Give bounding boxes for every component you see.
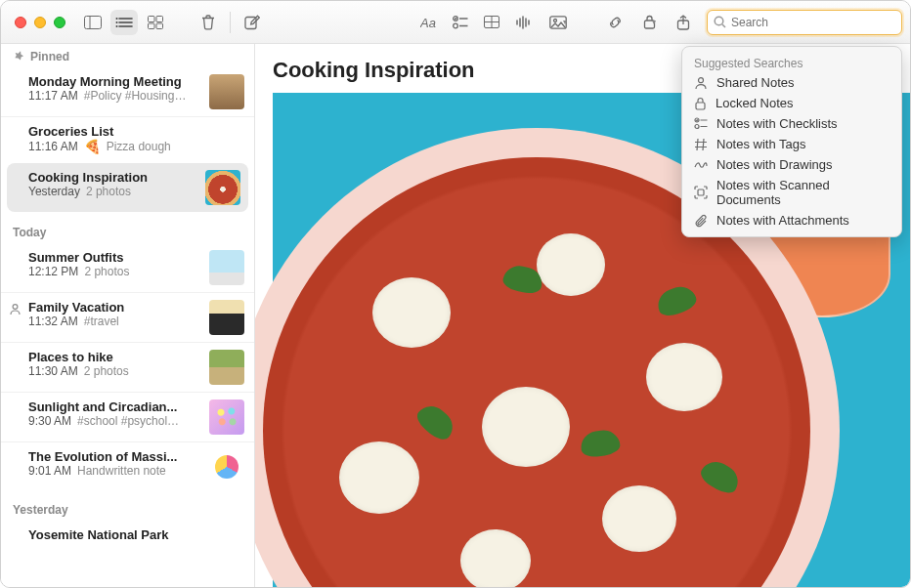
dropdown-label: Notes with Checklists bbox=[716, 116, 838, 131]
dropdown-label: Notes with Drawings bbox=[716, 157, 833, 172]
search-field[interactable] bbox=[707, 10, 902, 35]
media-button[interactable]: ▾ bbox=[541, 10, 576, 35]
note-row[interactable]: Summer Outfits 12:12 PM2 photos bbox=[1, 243, 254, 292]
toggle-sidebar-button[interactable] bbox=[79, 10, 107, 35]
note-row[interactable]: The Evolution of Massi... 9:01 AMHandwri… bbox=[1, 441, 254, 491]
note-title: Summer Outfits bbox=[28, 250, 201, 265]
suggested-attachments[interactable]: Notes with Attachments bbox=[682, 210, 901, 231]
note-subtitle: Handwritten note bbox=[77, 464, 166, 478]
svg-text:Aa: Aa bbox=[420, 16, 436, 29]
shared-icon bbox=[9, 303, 22, 318]
notes-window: Aa ▾ ▾ bbox=[0, 0, 911, 588]
note-title: Places to hike bbox=[28, 350, 201, 364]
pizza-icon: 🍕 bbox=[84, 139, 101, 154]
pin-icon bbox=[13, 51, 24, 63]
note-time: 9:01 AM bbox=[28, 464, 71, 478]
search-input[interactable] bbox=[731, 16, 895, 29]
note-thumbnail bbox=[209, 74, 244, 109]
minimize-window-button[interactable] bbox=[34, 17, 46, 28]
suggested-searches-dropdown: Suggested Searches Shared Notes Locked N… bbox=[681, 46, 902, 237]
note-thumbnail bbox=[209, 300, 244, 335]
scribble-icon bbox=[694, 158, 708, 172]
checklist-button[interactable] bbox=[447, 10, 474, 35]
suggested-tags[interactable]: Notes with Tags bbox=[682, 134, 901, 154]
note-time: Yesterday bbox=[28, 185, 80, 198]
svg-point-30 bbox=[715, 17, 723, 25]
section-label: Pinned bbox=[30, 50, 69, 63]
paperclip-icon bbox=[694, 214, 708, 228]
note-title: The Evolution of Massi... bbox=[28, 449, 201, 464]
note-thumbnail bbox=[209, 449, 244, 484]
close-window-button[interactable] bbox=[15, 17, 26, 28]
lock-icon bbox=[694, 97, 707, 110]
note-thumbnail bbox=[209, 250, 244, 285]
note-row[interactable]: Family Vacation 11:32 AM#travel bbox=[1, 292, 254, 342]
suggested-checklists[interactable]: Notes with Checklists bbox=[682, 113, 901, 134]
note-title: Yosemite National Park bbox=[28, 527, 244, 542]
note-thumbnail bbox=[209, 399, 244, 435]
note-row[interactable]: Groceries List 11:16 AM🍕Pizza dough bbox=[1, 116, 254, 161]
svg-rect-0 bbox=[85, 16, 102, 28]
list-view-button[interactable] bbox=[110, 10, 138, 35]
chevron-down-icon: ▾ bbox=[652, 18, 656, 26]
svg-rect-11 bbox=[156, 23, 163, 29]
section-label: Yesterday bbox=[13, 503, 68, 517]
dropdown-header: Suggested Searches bbox=[682, 53, 901, 72]
svg-point-7 bbox=[116, 25, 118, 27]
note-subtitle: 2 photos bbox=[84, 364, 129, 378]
hash-icon bbox=[694, 138, 708, 151]
new-note-button[interactable] bbox=[239, 10, 266, 35]
note-thumbnail bbox=[209, 350, 244, 385]
note-row-selected[interactable]: Cooking Inspiration Yesterday2 photos bbox=[7, 163, 248, 212]
dropdown-label: Notes with Scanned Documents bbox=[716, 178, 889, 207]
dropdown-label: Notes with Tags bbox=[716, 137, 806, 151]
note-time: 11:17 AM bbox=[28, 89, 78, 103]
note-subtitle: #Policy #Housing… bbox=[84, 89, 187, 103]
svg-point-16 bbox=[454, 23, 458, 28]
section-header-pinned: Pinned bbox=[1, 44, 254, 67]
svg-point-5 bbox=[116, 18, 118, 20]
note-row[interactable]: Monday Morning Meeting 11:17 AM#Policy #… bbox=[1, 67, 254, 116]
note-row[interactable]: Yosemite National Park bbox=[1, 521, 254, 549]
note-time: 9:30 AM bbox=[28, 414, 71, 428]
note-time: 12:12 PM bbox=[28, 265, 78, 278]
note-subtitle: 2 photos bbox=[84, 265, 129, 278]
suggested-drawings[interactable]: Notes with Drawings bbox=[682, 154, 901, 175]
note-title: Cooking Inspiration bbox=[28, 170, 197, 185]
note-row[interactable]: Sunlight and Circadian... 9:30 AM#school… bbox=[1, 392, 254, 441]
note-time: 11:16 AM bbox=[28, 140, 78, 153]
section-header-yesterday: Yesterday bbox=[1, 497, 254, 521]
notes-list[interactable]: Pinned Monday Morning Meeting 11:17 AM#P… bbox=[1, 44, 255, 587]
suggested-shared-notes[interactable]: Shared Notes bbox=[682, 72, 901, 93]
suggested-scanned[interactable]: Notes with Scanned Documents bbox=[682, 175, 901, 210]
dropdown-label: Locked Notes bbox=[716, 96, 794, 110]
link-button[interactable] bbox=[601, 10, 629, 35]
note-time: 11:30 AM bbox=[28, 364, 78, 378]
share-button[interactable] bbox=[670, 10, 697, 35]
note-row[interactable]: Places to hike 11:30 AM2 photos bbox=[1, 342, 254, 392]
format-button[interactable]: Aa bbox=[415, 10, 443, 35]
svg-line-40 bbox=[703, 139, 704, 150]
section-header-today: Today bbox=[1, 220, 254, 243]
zoom-window-button[interactable] bbox=[54, 17, 65, 28]
note-subtitle: Pizza dough bbox=[107, 140, 171, 153]
person-icon bbox=[694, 76, 708, 90]
svg-line-39 bbox=[697, 139, 698, 150]
suggested-locked-notes[interactable]: Locked Notes bbox=[682, 93, 901, 113]
note-subtitle: 2 photos bbox=[86, 185, 131, 198]
table-button[interactable] bbox=[478, 10, 505, 35]
note-title: Groceries List bbox=[28, 124, 244, 139]
scan-icon bbox=[694, 186, 708, 199]
audio-button[interactable] bbox=[509, 10, 537, 35]
svg-rect-9 bbox=[156, 16, 163, 21]
note-subtitle: #school #psychol… bbox=[77, 414, 179, 428]
note-title: Sunlight and Circadian... bbox=[28, 399, 201, 414]
delete-note-button[interactable] bbox=[195, 10, 222, 35]
gallery-view-button[interactable] bbox=[142, 10, 169, 35]
dropdown-label: Notes with Attachments bbox=[716, 213, 849, 228]
checklist-icon bbox=[694, 117, 708, 130]
svg-point-33 bbox=[699, 77, 704, 82]
svg-point-37 bbox=[695, 125, 699, 129]
lock-button[interactable]: ▾ bbox=[632, 10, 666, 35]
svg-rect-10 bbox=[149, 23, 155, 29]
